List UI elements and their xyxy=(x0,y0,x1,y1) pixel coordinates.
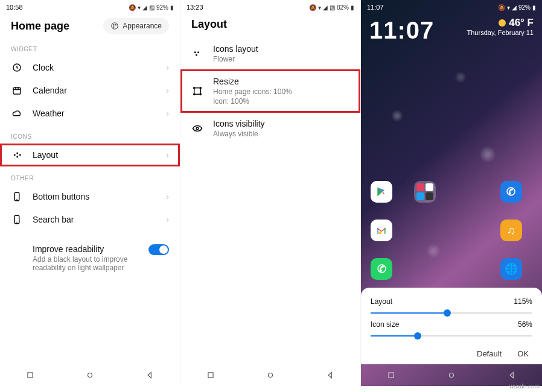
resize-sub1: Home page icons: 100% xyxy=(213,87,349,96)
row-search-bar[interactable]: Search bar › xyxy=(0,208,180,231)
layout-icon xyxy=(11,150,23,160)
svg-point-16 xyxy=(196,54,197,56)
clock-icon xyxy=(11,62,23,73)
nav-home-icon[interactable] xyxy=(446,370,457,381)
svg-point-19 xyxy=(200,87,201,89)
row-clock[interactable]: Clock › xyxy=(0,56,180,79)
sheet-layout-label: Layout xyxy=(371,297,392,306)
readability-toggle[interactable] xyxy=(148,244,169,255)
battery-icon: ▮ xyxy=(170,4,174,11)
nav-back-icon[interactable] xyxy=(144,370,155,381)
battery-text: 82% xyxy=(337,4,349,11)
nav-recent-icon[interactable] xyxy=(25,370,36,381)
status-bar: 13:23 🔕 ▾ ◢ ▨ 82% ▮ xyxy=(180,0,360,13)
battery-text: 92% xyxy=(518,4,531,11)
svg-point-22 xyxy=(196,127,199,130)
app-browser[interactable]: 🌐 xyxy=(500,258,522,280)
row-icons-visibility[interactable]: Icons visibility Always visible xyxy=(180,113,360,144)
status-time: 13:23 xyxy=(187,4,203,11)
app-whatsapp[interactable]: ✆ xyxy=(371,258,392,280)
section-icons: ICONS xyxy=(0,125,180,144)
sheet-default-button[interactable]: Default xyxy=(477,349,502,358)
row-search-bar-label: Search bar xyxy=(33,215,156,224)
status-time: 10:58 xyxy=(6,4,23,11)
svg-rect-25 xyxy=(389,373,394,378)
icon-slider[interactable] xyxy=(371,331,532,341)
chevron-right-icon: › xyxy=(166,192,169,201)
svg-point-24 xyxy=(268,373,272,378)
resize-sheet: Layout 115% Icon size 56% Default OK xyxy=(361,288,542,364)
row-clock-label: Clock xyxy=(33,63,156,72)
app-grid-row2: ♫ xyxy=(361,220,542,241)
sheet-icon-value: 56% xyxy=(518,320,532,329)
row-calendar[interactable]: Calendar › xyxy=(0,79,180,102)
app-phone[interactable]: ✆ xyxy=(500,181,522,203)
app-folder[interactable] xyxy=(414,181,436,203)
battery-text: 92% xyxy=(156,4,168,11)
status-bar: 10:58 🔕 ▾ ◢ ▨ 92% ▮ xyxy=(0,0,180,13)
svg-point-7 xyxy=(16,153,18,154)
app-grid: ✆ xyxy=(361,181,542,203)
svg-point-9 xyxy=(19,154,21,156)
wifi-icon: ▾ xyxy=(138,4,141,11)
nav-back-icon[interactable] xyxy=(325,370,336,381)
nav-recent-icon[interactable] xyxy=(386,370,397,381)
dots-icon xyxy=(191,48,203,59)
sun-icon xyxy=(499,19,506,27)
sheet-ok-button[interactable]: OK xyxy=(517,349,529,358)
nav-back-icon[interactable] xyxy=(506,370,517,381)
status-icons-right: 🔕 ▾ ◢ ▨ 82% ▮ xyxy=(308,4,354,11)
app-music[interactable]: ♫ xyxy=(500,220,522,241)
nav-recent-icon[interactable] xyxy=(205,370,216,381)
row-layout-label: Layout xyxy=(33,150,156,160)
appearance-label: Appearance xyxy=(123,22,162,30)
row-bottom-buttons-label: Bottom buttons xyxy=(33,192,156,201)
app-gmail[interactable] xyxy=(371,220,392,241)
row-weather[interactable]: Weather › xyxy=(0,102,180,125)
visibility-label: Icons visibility xyxy=(213,119,349,128)
nav-home-icon[interactable] xyxy=(265,370,276,381)
row-layout[interactable]: Layout › xyxy=(0,144,180,166)
no-sim-icon: ▨ xyxy=(149,4,155,11)
layout-slider[interactable] xyxy=(371,308,532,318)
chevron-right-icon: › xyxy=(166,63,169,72)
nav-home-icon[interactable] xyxy=(84,370,95,381)
section-widget: WIDGET xyxy=(0,37,180,56)
row-improve-readability[interactable]: Improve readability Add a black layout t… xyxy=(0,238,180,278)
android-nav-bar xyxy=(180,364,360,386)
resize-sub2: Icon: 100% xyxy=(213,97,349,106)
row-icons-layout[interactable]: Icons layout Flower xyxy=(180,34,360,69)
svg-point-1 xyxy=(113,24,115,25)
app-playstore[interactable] xyxy=(371,181,392,203)
bell-off-icon: 🔕 xyxy=(498,4,505,11)
phone-icon xyxy=(11,214,23,225)
battery-icon: ▮ xyxy=(351,4,354,11)
svg-rect-17 xyxy=(194,88,201,95)
signal-icon: ◢ xyxy=(142,4,147,11)
status-icons-right: 🔕 ▾ ◢ 92% ▮ xyxy=(497,4,536,11)
row-calendar-label: Calendar xyxy=(33,86,156,95)
appearance-button[interactable]: Appearance xyxy=(103,18,169,34)
bell-off-icon: 🔕 xyxy=(309,4,316,11)
row-resize[interactable]: Resize Home page icons: 100% Icon: 100% xyxy=(180,69,360,113)
resize-label: Resize xyxy=(213,77,349,86)
svg-rect-5 xyxy=(13,88,21,95)
row-bottom-buttons[interactable]: Bottom buttons › xyxy=(0,185,180,208)
svg-rect-23 xyxy=(208,373,213,378)
readability-title: Improve readability xyxy=(33,244,139,254)
svg-point-26 xyxy=(450,373,454,378)
chevron-right-icon: › xyxy=(166,109,169,118)
sheet-icon-label: Icon size xyxy=(371,320,399,329)
android-nav-bar xyxy=(0,364,180,386)
svg-point-3 xyxy=(113,27,115,28)
icons-layout-sub: Flower xyxy=(213,55,349,63)
svg-point-8 xyxy=(16,156,18,158)
chevron-right-icon: › xyxy=(166,215,169,224)
svg-point-18 xyxy=(194,87,195,89)
signal-icon: ◢ xyxy=(512,4,517,11)
eye-icon xyxy=(191,123,203,134)
phone-icon xyxy=(11,191,23,202)
watermark: wsxdn.com xyxy=(509,383,540,390)
svg-point-20 xyxy=(194,93,195,95)
chevron-right-icon: › xyxy=(166,86,169,95)
